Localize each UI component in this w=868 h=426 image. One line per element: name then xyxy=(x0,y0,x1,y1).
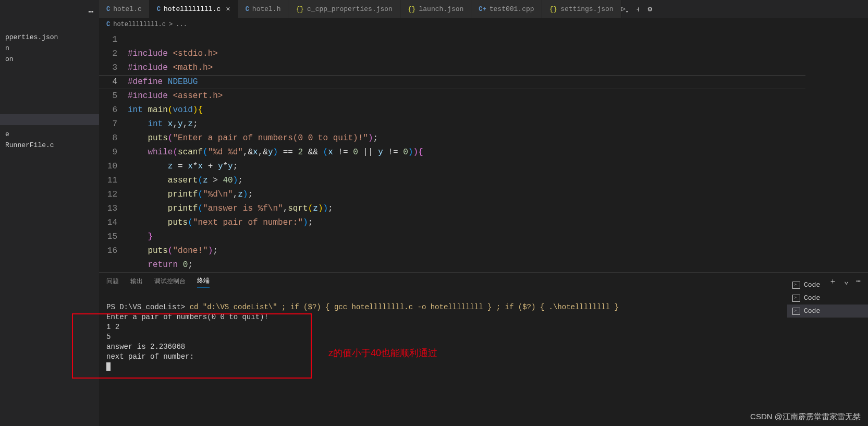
tab-launch[interactable]: {}launch.json xyxy=(400,0,471,18)
panel-tab-problems[interactable]: 问题 xyxy=(106,275,119,288)
list-item[interactable]: RunnerFile.c xyxy=(0,140,99,151)
close-icon[interactable]: × xyxy=(226,5,230,14)
list-item[interactable]: n xyxy=(0,43,99,54)
breadcrumb-sep: > xyxy=(169,21,173,28)
panel-tab-output[interactable]: 输出 xyxy=(130,275,143,288)
terminal-list-item[interactable]: Code xyxy=(787,291,868,305)
list-item[interactable]: on xyxy=(0,54,99,65)
panel-tab-debug[interactable]: 调试控制台 xyxy=(154,275,186,288)
terminal-line: answer is 2.236068 xyxy=(106,343,185,351)
minimap[interactable] xyxy=(805,31,868,272)
list-item xyxy=(0,65,99,114)
tab-label: settings.json xyxy=(560,5,613,13)
cpp-icon: C+ xyxy=(479,6,486,13)
main-column: C hotellllllll.c > ... 12345678910111213… xyxy=(99,18,868,426)
ellipsis-icon[interactable]: ⋯ xyxy=(0,3,99,20)
tab-label: test001.cpp xyxy=(490,5,534,13)
breadcrumb-more: ... xyxy=(176,21,187,28)
terminal-list-item[interactable]: Code xyxy=(787,278,868,291)
terminal-line: 1 2 xyxy=(106,323,119,331)
watermark: CSDN @江南霹雳堂雷家雷无桀 xyxy=(750,412,861,422)
terminal-list-item[interactable]: Code xyxy=(787,305,868,318)
terminal-line: next pair of number: xyxy=(106,352,194,361)
c-icon: C xyxy=(246,6,249,13)
terminal-body[interactable]: PS D:\VS_codeList> cd "d:\VS_codeList\" … xyxy=(99,289,868,426)
json-icon: {} xyxy=(549,5,558,13)
tab-test001[interactable]: C+test001.cpp xyxy=(471,0,542,18)
breadcrumb-file: hotellllllll.c xyxy=(113,21,166,28)
annotation-text: z的值小于40也能顺利通过 xyxy=(328,348,437,358)
list-item[interactable] xyxy=(0,114,99,125)
tab-label: c_cpp_properties.json xyxy=(307,5,393,13)
c-icon: C xyxy=(106,6,110,13)
tab-label: hotel.h xyxy=(252,5,281,13)
json-icon: {} xyxy=(296,5,304,13)
tab-hotelllll-c[interactable]: Chotellllllll.c× xyxy=(150,0,238,18)
run-icon[interactable]: ▷▾ xyxy=(621,4,629,15)
tab-settings[interactable]: {}settings.json xyxy=(542,0,621,18)
panel-tab-terminal[interactable]: 终端 xyxy=(197,274,210,288)
terminal-line: PS D:\VS_codeList> xyxy=(106,303,190,311)
split-icon[interactable]: ⫞ xyxy=(636,5,640,14)
c-icon: C xyxy=(157,6,161,13)
terminal-icon xyxy=(792,308,800,315)
editor-tabs: Chotel.c Chotellllllll.c× Chotel.h {}c_c… xyxy=(99,0,662,18)
editor-area: 12345678910111213141516 #include <stdio.… xyxy=(99,31,868,272)
terminal-line: Enter a pair of numbers(0 0 to quit)! xyxy=(106,313,268,321)
list-item[interactable]: e xyxy=(0,129,99,140)
json-icon: {} xyxy=(408,5,416,13)
c-icon: C xyxy=(106,21,110,28)
tab-label: launch.json xyxy=(419,5,464,13)
explorer-sidebar: pperties.json n on e RunnerFile.c xyxy=(0,18,99,426)
gear-icon[interactable]: ⚙ xyxy=(647,5,652,14)
tab-hotel-h[interactable]: Chotel.h xyxy=(238,0,289,18)
tab-hotel-c[interactable]: Chotel.c xyxy=(99,0,150,18)
line-gutter: 12345678910111213141516 xyxy=(99,33,128,272)
panel-tabs: 问题 输出 调试控制台 终端 ＋ ⌄ ⋯ xyxy=(99,273,868,289)
tab-actions: ▷▾ ⫞ ⚙ xyxy=(621,0,662,18)
terminal-list: Code Code Code xyxy=(787,278,868,318)
top-row: ⋯ Chotel.c Chotellllllll.c× Chotel.h {}c… xyxy=(0,0,868,18)
list-item xyxy=(0,125,99,129)
explorer-list: pperties.json n on e RunnerFile.c xyxy=(0,32,99,151)
breadcrumb[interactable]: C hotellllllll.c > ... xyxy=(99,18,868,31)
code-editor[interactable]: 12345678910111213141516 #include <stdio.… xyxy=(99,31,805,272)
list-item[interactable]: pperties.json xyxy=(0,32,99,43)
cursor xyxy=(106,362,111,371)
terminal-icon xyxy=(792,282,800,289)
tab-ccpp-props[interactable]: {}c_cpp_properties.json xyxy=(288,0,400,18)
tab-label: hotel.c xyxy=(113,5,142,13)
terminal-line: 5 xyxy=(106,333,111,341)
code-content[interactable]: #include <stdio.h> #include <math.h> #de… xyxy=(128,33,805,272)
tab-label: hotellllllll.c xyxy=(164,5,221,13)
terminal-panel: 问题 输出 调试控制台 终端 ＋ ⌄ ⋯ PS D:\VS_codeList> … xyxy=(99,272,868,426)
sidebar-header: ⋯ xyxy=(0,0,99,18)
terminal-icon xyxy=(792,295,800,302)
